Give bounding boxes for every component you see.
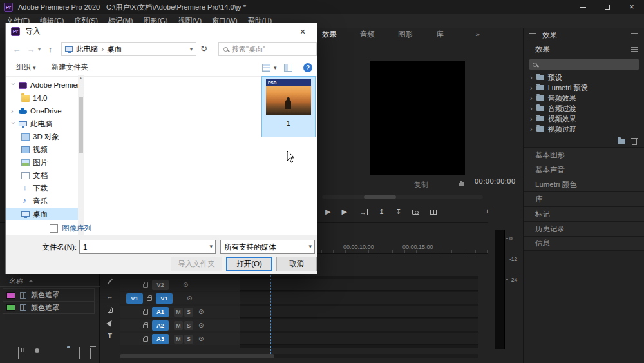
- effects-group-audio-transitions[interactable]: › 音频过渡: [524, 103, 644, 113]
- source-patch-v1[interactable]: V1: [126, 293, 143, 304]
- sidebar-item-pictures[interactable]: 图片: [6, 157, 78, 168]
- delete-button[interactable]: [90, 348, 91, 359]
- delete-icon[interactable]: [632, 139, 637, 145]
- tab-effects[interactable]: 效果: [535, 44, 550, 54]
- sidebar-item-videos[interactable]: 视频: [6, 144, 78, 155]
- track-lane-v2[interactable]: [240, 279, 478, 291]
- close-button[interactable]: ×: [620, 0, 644, 14]
- preview-pane-button[interactable]: [284, 64, 292, 72]
- comparison-view-button[interactable]: [430, 210, 437, 215]
- icon-view-button[interactable]: [18, 348, 19, 359]
- panel-menu-icon[interactable]: [631, 49, 638, 50]
- help-button[interactable]: ?: [303, 63, 312, 72]
- effects-group-video-effects[interactable]: › 视频效果: [524, 113, 644, 124]
- lock-icon[interactable]: [143, 324, 148, 328]
- scrollbar-thumb[interactable]: [364, 195, 396, 199]
- track-name-v2[interactable]: V2: [152, 280, 169, 290]
- track-name-a1[interactable]: A1: [152, 307, 169, 317]
- track-mic-icon[interactable]: ⊙: [198, 322, 204, 329]
- lock-icon[interactable]: [147, 297, 152, 301]
- selection-tool[interactable]: [104, 276, 115, 287]
- razor-tool[interactable]: [104, 304, 115, 315]
- maximize-button[interactable]: [595, 0, 620, 14]
- tab-libraries[interactable]: 库: [524, 191, 644, 206]
- track-header-v1[interactable]: V1 V1 ⊙: [120, 292, 240, 304]
- workspace-tab-effects[interactable]: 效果: [322, 30, 337, 39]
- track-header-a2[interactable]: A2 M S ⊙: [120, 319, 240, 331]
- expand-chevron-icon[interactable]: ›: [10, 122, 17, 126]
- mute-button[interactable]: M: [174, 321, 183, 330]
- sidebar-item-3d-objects[interactable]: 3D 对象: [6, 131, 78, 142]
- lock-icon[interactable]: [143, 311, 148, 315]
- sidebar-item-documents[interactable]: 文档: [6, 170, 78, 181]
- breadcrumb-this-pc[interactable]: 此电脑: [76, 44, 99, 54]
- panel-menu-icon[interactable]: [631, 35, 638, 35]
- chevron-right-icon[interactable]: ›: [530, 115, 533, 122]
- track-name-a3[interactable]: A3: [152, 334, 169, 344]
- address-bar[interactable]: 此电脑 › 桌面 ▾: [61, 42, 196, 56]
- lift-button[interactable]: ↥: [379, 208, 384, 216]
- monitor-clip-label[interactable]: 复制: [414, 178, 428, 190]
- cancel-button[interactable]: 取消: [276, 257, 317, 271]
- panel-group-tab-effects[interactable]: 效果: [542, 30, 557, 40]
- open-button[interactable]: 打开(O): [226, 257, 272, 271]
- new-custom-bin-button[interactable]: [618, 139, 625, 144]
- add-button[interactable]: +: [485, 206, 490, 216]
- tab-essential-graphics[interactable]: 基本图形: [524, 147, 644, 162]
- app-titlebar[interactable]: Pr Adobe Premiere Pro 2020 - C:\用户\X\文档\…: [0, 0, 644, 14]
- forward-button[interactable]: →: [24, 44, 38, 54]
- solo-button[interactable]: S: [184, 335, 193, 344]
- audio-waveform-icon[interactable]: [459, 180, 464, 186]
- recent-locations-dropdown[interactable]: ▾: [38, 46, 41, 52]
- sidebar-item-desktop[interactable]: 桌面: [6, 208, 78, 220]
- extract-button[interactable]: ↧: [395, 208, 401, 216]
- chevron-right-icon[interactable]: ›: [530, 74, 533, 81]
- track-lane-v1[interactable]: [240, 292, 478, 304]
- tab-essential-sound[interactable]: 基本声音: [524, 162, 644, 177]
- address-dropdown-icon[interactable]: ▾: [190, 46, 193, 52]
- track-header-a3[interactable]: A3 M S ⊙: [120, 333, 240, 345]
- track-lane-a2[interactable]: [240, 319, 478, 331]
- refresh-button[interactable]: ↻: [200, 44, 207, 54]
- dropdown-arrow-icon[interactable]: ▾: [308, 243, 312, 250]
- tab-info[interactable]: 信息: [524, 236, 644, 251]
- chevron-right-icon[interactable]: ›: [530, 95, 533, 101]
- sidebar-item-14-0[interactable]: 14.0: [6, 92, 78, 104]
- chevron-right-icon[interactable]: ›: [530, 126, 533, 132]
- new-item-button[interactable]: [79, 348, 80, 359]
- solo-button[interactable]: S: [184, 308, 193, 317]
- chevron-right-icon[interactable]: ›: [530, 84, 533, 91]
- dialog-titlebar[interactable]: Pr 导入: [6, 23, 317, 39]
- solo-button[interactable]: S: [184, 321, 193, 330]
- effects-group-video-transitions[interactable]: › 视频过渡: [524, 124, 644, 134]
- breadcrumb-desktop[interactable]: 桌面: [107, 44, 122, 54]
- track-mic-icon[interactable]: ⊙: [198, 309, 204, 315]
- sidebar-item-this-pc[interactable]: › 此电脑: [6, 118, 78, 130]
- timeline-playhead[interactable]: [270, 275, 271, 354]
- scrollbar-thumb[interactable]: [79, 97, 83, 153]
- tab-history[interactable]: 历史记录: [524, 221, 644, 236]
- lock-icon[interactable]: [143, 284, 148, 288]
- track-output-icon[interactable]: ⊙: [183, 282, 188, 288]
- minimize-button[interactable]: [571, 0, 595, 14]
- step-forward-button[interactable]: →: [359, 208, 368, 216]
- file-item-1[interactable]: PSD 1: [261, 76, 316, 137]
- expand-chevron-icon[interactable]: ›: [10, 83, 17, 88]
- play-button[interactable]: ▶: [325, 208, 330, 216]
- scroll-up-arrow[interactable]: ▲: [78, 76, 84, 80]
- label-color-swatch[interactable]: [6, 304, 15, 311]
- label-color-swatch[interactable]: [6, 292, 15, 299]
- track-output-icon[interactable]: ⊙: [187, 295, 192, 302]
- timeline-hscrollbar[interactable]: [120, 354, 478, 358]
- panel-menu-icon[interactable]: [529, 35, 536, 35]
- lock-icon[interactable]: [143, 338, 148, 342]
- track-lane-a1[interactable]: [240, 306, 478, 318]
- type-tool[interactable]: T: [104, 330, 115, 341]
- import-folder-button[interactable]: 导入文件夹: [171, 257, 222, 271]
- track-lane-a3[interactable]: [240, 333, 478, 345]
- track-select-tool[interactable]: ↔: [104, 290, 115, 301]
- back-button[interactable]: ←: [10, 44, 24, 54]
- project-item-color-matte-1[interactable]: 颜色遮罩: [3, 288, 95, 301]
- track-header-a1[interactable]: A1 M S ⊙: [120, 306, 240, 318]
- sidebar-item-adobe-premiere[interactable]: › Adobe Premiere: [6, 79, 78, 91]
